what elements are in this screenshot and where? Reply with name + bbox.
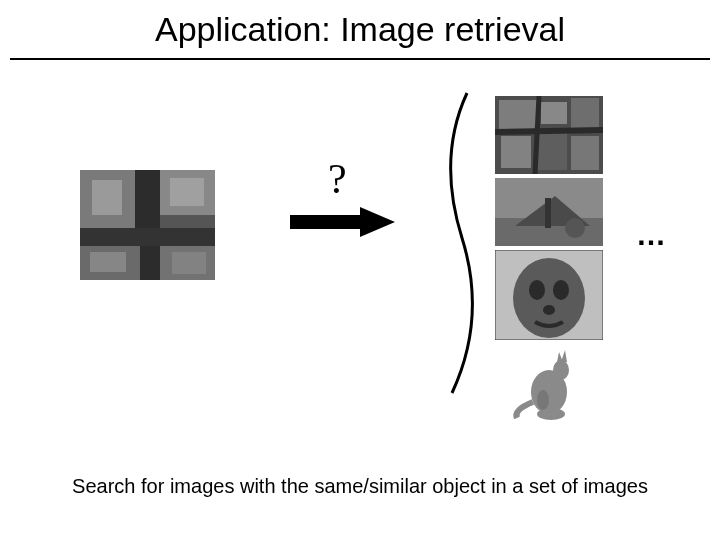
ellipsis-icon: … bbox=[636, 218, 664, 252]
svg-point-29 bbox=[529, 280, 545, 300]
svg-rect-7 bbox=[92, 180, 122, 215]
svg-rect-25 bbox=[545, 198, 551, 228]
svg-line-20 bbox=[495, 130, 603, 132]
svg-point-26 bbox=[565, 218, 585, 238]
title-underline bbox=[10, 58, 710, 60]
svg-rect-11 bbox=[290, 215, 360, 229]
result-image-1 bbox=[495, 96, 603, 174]
svg-rect-4 bbox=[80, 228, 215, 246]
result-image-2 bbox=[495, 178, 603, 246]
svg-rect-15 bbox=[541, 102, 567, 124]
slide-caption: Search for images with the same/similar … bbox=[0, 475, 720, 498]
svg-point-36 bbox=[537, 408, 565, 420]
svg-rect-17 bbox=[501, 136, 531, 168]
slide-title: Application: Image retrieval bbox=[0, 10, 720, 49]
brace-icon bbox=[432, 88, 482, 398]
svg-rect-19 bbox=[571, 136, 599, 170]
svg-rect-8 bbox=[170, 178, 204, 206]
svg-point-31 bbox=[543, 305, 555, 315]
svg-point-35 bbox=[553, 360, 569, 380]
svg-marker-12 bbox=[360, 207, 395, 237]
result-image-3 bbox=[495, 250, 603, 340]
query-image bbox=[80, 170, 215, 280]
svg-rect-16 bbox=[571, 98, 599, 130]
svg-rect-14 bbox=[499, 100, 537, 130]
svg-point-30 bbox=[553, 280, 569, 300]
svg-rect-9 bbox=[90, 252, 126, 272]
result-image-4 bbox=[503, 344, 595, 422]
svg-rect-10 bbox=[172, 252, 206, 274]
query-marker: ? bbox=[328, 155, 410, 203]
svg-rect-18 bbox=[537, 132, 567, 170]
result-column bbox=[495, 96, 603, 422]
arrow-icon bbox=[290, 207, 395, 237]
svg-point-37 bbox=[537, 390, 549, 410]
